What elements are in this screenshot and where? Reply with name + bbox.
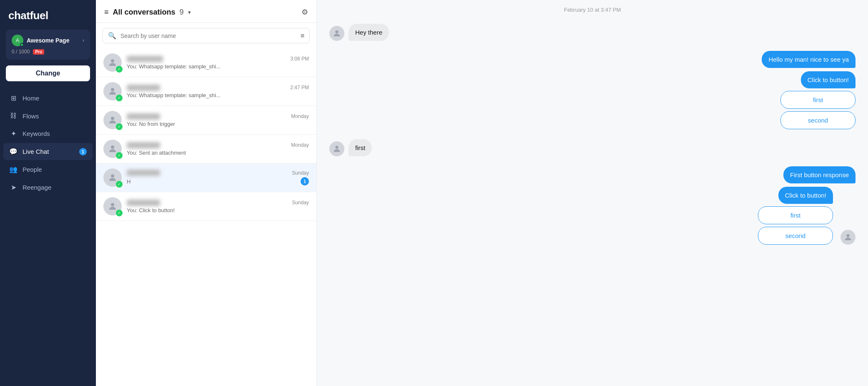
chat-date-header: February 10 at 3:47 PM — [317, 0, 868, 20]
svg-point-5 — [111, 203, 114, 206]
conversation-name: 78175136500 — [127, 113, 160, 120]
nav-items: ⊞ Home ⛓ Flows ✦ Keywords 💬 Live Chat 1 … — [0, 90, 96, 196]
conversation-body: 79521456883 2:47 PM You: Whatsapp templa… — [127, 85, 309, 98]
unread-badge: 1 — [301, 177, 309, 185]
page-name: Awesome Page — [27, 37, 79, 44]
avatar — [840, 230, 855, 245]
search-icon: 🔍 — [108, 32, 116, 40]
conversation-item[interactable]: ✓ 79001760059 Sunday You: Click to butto… — [96, 192, 316, 221]
conversation-time: 2:47 PM — [290, 85, 309, 90]
sidebar-item-home[interactable]: ⊞ Home — [3, 90, 93, 107]
avatar: ✓ — [103, 111, 122, 129]
whatsapp-icon: ✓ — [116, 152, 123, 159]
conversation-body: 79001760059 Sunday You: Click to button! — [127, 200, 309, 213]
conversation-preview: You: Click to button! — [127, 207, 175, 213]
button-option-second[interactable]: second — [780, 111, 855, 129]
svg-point-2 — [111, 117, 114, 120]
conversation-item[interactable]: ✓ 375291767197 3:08 PM You: Whatsapp tem… — [96, 48, 316, 77]
avatar — [329, 26, 344, 41]
conversations-icon: ≡ — [104, 8, 109, 17]
conversation-item[interactable]: ✓ 79001720193 Monday You: Sent an attach… — [96, 135, 316, 163]
conversations-list: ✓ 375291767197 3:08 PM You: Whatsapp tem… — [96, 48, 316, 386]
conversation-preview: You: Whatsapp template: sample_shi... — [127, 92, 221, 98]
conversation-name: 60021000831 — [127, 170, 160, 176]
whatsapp-icon: ✓ — [116, 95, 123, 101]
avatar: ✓ — [103, 53, 122, 72]
svg-point-7 — [335, 146, 338, 149]
sidebar-item-keywords[interactable]: ✦ Keywords — [3, 125, 93, 142]
avatar — [329, 141, 344, 156]
conversation-body: 79001720193 Monday You: Sent an attachme… — [127, 142, 309, 156]
sidebar-item-label-people: People — [23, 166, 42, 173]
page-card: A Awesome Page › 0 / 1000 Pro — [6, 30, 90, 60]
message-row: Hey there — [329, 24, 855, 41]
flows-icon: ⛓ — [9, 112, 18, 120]
home-icon: ⊞ — [9, 94, 18, 102]
chat-panel: February 10 at 3:47 PM Hey there Hello m… — [317, 0, 868, 386]
sidebar-item-flows[interactable]: ⛓ Flows — [3, 108, 93, 124]
conversations-header-left: ≡ All conversations 9 ▾ — [104, 8, 191, 17]
message-bubble: Hello my man! nice to see ya — [762, 51, 855, 68]
keywords-icon: ✦ — [9, 130, 18, 138]
whatsapp-icon: ✓ — [116, 210, 123, 216]
conversation-item[interactable]: ✓ 79521456883 2:47 PM You: Whatsapp temp… — [96, 77, 316, 106]
avatar: ✓ — [103, 197, 122, 216]
whatsapp-icon: ✓ — [116, 181, 123, 188]
message-row: First button response — [329, 166, 855, 183]
conversation-preview: You: No from trigger — [127, 121, 175, 127]
conversation-name: 79001760059 — [127, 200, 160, 206]
search-bar: 🔍 ≡ — [103, 28, 310, 43]
sidebar-item-reengage[interactable]: ➤ Reengage — [3, 179, 93, 196]
svg-point-4 — [111, 174, 114, 178]
sidebar-item-live-chat[interactable]: 💬 Live Chat 1 — [3, 143, 93, 160]
conversations-panel: ≡ All conversations 9 ▾ ⚙ 🔍 ≡ ✓ 37529176… — [96, 0, 317, 386]
conversation-time: Sunday — [292, 170, 309, 176]
button-option-first-2[interactable]: first — [758, 206, 833, 224]
message-bubble: Click to button! — [778, 187, 833, 204]
avatar: ✓ — [103, 82, 122, 100]
conversation-body: 375291767197 3:08 PM You: Whatsapp templ… — [127, 56, 309, 70]
svg-point-1 — [111, 88, 114, 91]
conversation-time: Sunday — [292, 200, 309, 206]
conversation-preview: You: Sent an attachment — [127, 150, 186, 156]
conversation-time: Monday — [291, 113, 309, 119]
dropdown-icon[interactable]: ▾ — [188, 9, 191, 15]
svg-point-8 — [846, 234, 849, 237]
message-row: Click to button! first second — [329, 71, 855, 129]
page-avatar: A — [12, 35, 23, 46]
button-option-first[interactable]: first — [780, 91, 855, 109]
message-bubble: First button response — [783, 166, 855, 183]
sidebar: chatfuel A Awesome Page › 0 / 1000 Pro C… — [0, 0, 96, 386]
sidebar-item-people[interactable]: 👥 People — [3, 161, 93, 178]
message-bubble: Click to button! — [801, 71, 855, 88]
live-chat-badge: 1 — [79, 148, 87, 155]
chevron-right-icon: › — [83, 38, 84, 43]
conversation-body: 78175136500 Monday You: No from trigger — [127, 113, 309, 127]
conversation-name: 79521456883 — [127, 85, 160, 91]
avatar: ✓ — [103, 140, 122, 158]
sidebar-item-label-live-chat: Live Chat — [23, 148, 49, 155]
message-row: first — [329, 139, 855, 156]
button-option-second-2[interactable]: second — [758, 227, 833, 245]
message-bubble: Hey there — [349, 24, 389, 41]
search-input[interactable] — [120, 33, 296, 39]
sidebar-item-label-keywords: Keywords — [23, 130, 50, 137]
conversation-item[interactable]: ✓ 60021000831 Sunday H 1 — [96, 163, 316, 192]
svg-point-3 — [111, 145, 114, 149]
svg-point-6 — [335, 30, 338, 33]
conversation-time: 3:08 PM — [290, 56, 309, 62]
message-row: Hello my man! nice to see ya — [329, 51, 855, 68]
gear-icon[interactable]: ⚙ — [301, 8, 308, 17]
conversation-item[interactable]: ✓ 78175136500 Monday You: No from trigge… — [96, 106, 316, 135]
filter-icon[interactable]: ≡ — [301, 32, 304, 40]
app-logo: chatfuel — [0, 0, 96, 30]
whatsapp-icon: ✓ — [116, 123, 123, 130]
conversation-time: Monday — [291, 142, 309, 148]
online-dot — [20, 43, 24, 47]
pro-badge: Pro — [33, 49, 44, 55]
change-button[interactable]: Change — [6, 65, 90, 81]
conversations-title: All conversations — [113, 8, 176, 17]
conversations-count: 9 — [180, 8, 184, 17]
conversation-body: 60021000831 Sunday H 1 — [127, 170, 309, 185]
sidebar-item-label-flows: Flows — [23, 113, 39, 120]
